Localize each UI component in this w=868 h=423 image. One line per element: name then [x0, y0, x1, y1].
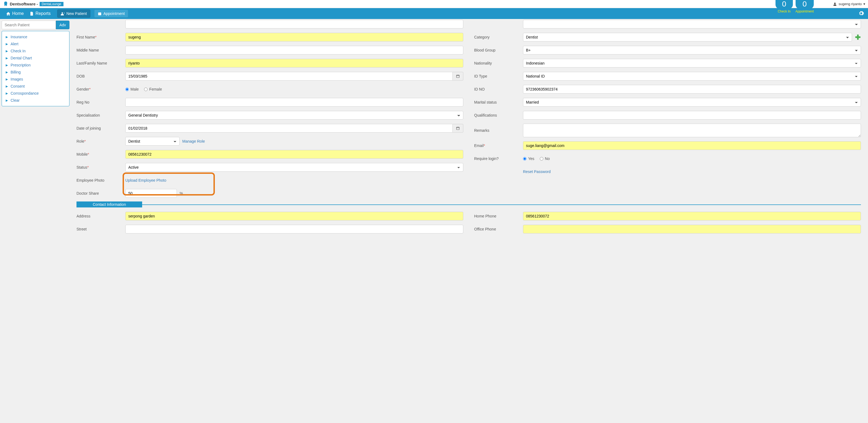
tooth-icon: [3, 1, 9, 7]
nationality-select[interactable]: Indonesian: [523, 59, 861, 67]
upload-photo-link[interactable]: Upload Employee Photo: [125, 178, 166, 183]
top-field[interactable]: [125, 20, 463, 29]
sidebar-label: Insurance: [10, 35, 27, 39]
caret-right-icon: ▶: [6, 63, 8, 67]
middle-name-field[interactable]: [125, 46, 463, 55]
qual-field[interactable]: [523, 111, 861, 120]
svg-rect-3: [457, 75, 460, 77]
sidebar-item-dental-chart[interactable]: ▶Dental Chart: [2, 55, 69, 62]
mobile-field[interactable]: [125, 150, 463, 159]
doctor-share-field[interactable]: [125, 189, 177, 198]
caret-right-icon: ▶: [6, 56, 8, 60]
caret-right-icon: ▶: [6, 77, 8, 81]
marital-label: Marital status: [474, 100, 523, 104]
sidebar-item-clear[interactable]: ▶Clear: [2, 97, 69, 104]
sidebar-label: Check In: [10, 49, 26, 53]
specialisation-select[interactable]: General Dentistry: [125, 111, 463, 120]
svg-rect-6: [855, 36, 860, 38]
svg-rect-4: [457, 127, 460, 130]
appointment-label: Appointment: [103, 11, 125, 16]
last-name-field[interactable]: [125, 59, 463, 67]
nav-reports[interactable]: Reports: [27, 8, 54, 19]
doctor-share-unit: %: [180, 191, 183, 195]
idno-field[interactable]: [523, 85, 861, 94]
add-category-icon[interactable]: [855, 34, 861, 40]
appointment-button[interactable]: Appointment: [94, 9, 128, 18]
dob-calendar-button[interactable]: [453, 72, 463, 80]
sidebar-label: Billing: [10, 70, 21, 74]
svg-rect-2: [98, 12, 101, 15]
first-name-field[interactable]: [125, 33, 463, 41]
remarks-field[interactable]: [523, 124, 861, 137]
navbar: Home Reports New Patient Appointment 0 C…: [0, 8, 868, 19]
email-field[interactable]: [523, 141, 861, 150]
top-right-select[interactable]: [523, 20, 861, 29]
office-phone-label: Office Phone: [474, 227, 523, 231]
sidebar-item-prescription[interactable]: ▶Prescription: [2, 62, 69, 69]
sidebar-item-billing[interactable]: ▶Billing: [2, 69, 69, 76]
sidebar-item-consent[interactable]: ▶Consent: [2, 83, 69, 90]
gender-female-radio[interactable]: Female: [144, 87, 162, 91]
gender-label: Gender*: [76, 87, 125, 91]
appointment-count: 0: [796, 0, 814, 9]
caret-right-icon: ▶: [6, 92, 8, 95]
status-select[interactable]: Active: [125, 163, 463, 172]
brand-badge: DentaLounge: [40, 2, 63, 6]
caret-right-icon: ▶: [6, 70, 8, 74]
user-menu[interactable]: sugeng riyanto ▾: [833, 2, 865, 6]
sidebar-item-checkin[interactable]: ▶Check In: [2, 47, 69, 55]
form-left-column: First Name* Middle Name Last/Family Name…: [76, 21, 463, 202]
login-no-radio[interactable]: No: [540, 157, 550, 161]
doj-calendar-button[interactable]: [453, 124, 463, 133]
doj-field[interactable]: [125, 124, 453, 133]
svg-point-0: [834, 2, 835, 4]
status-label: Status*: [76, 165, 125, 169]
calendar-icon: [456, 74, 460, 78]
address-field[interactable]: [125, 212, 463, 221]
checkin-counter[interactable]: 0 Check In: [775, 0, 793, 13]
sidebar-menu: ▶Insurance ▶Alert ▶Check In ▶Dental Char…: [2, 31, 69, 106]
sidebar-item-images[interactable]: ▶Images: [2, 76, 69, 83]
user-plus-icon: [61, 12, 65, 16]
brand-logo: Dentsoftware - DentaLounge: [3, 1, 63, 7]
office-phone-field[interactable]: [523, 225, 861, 233]
marital-select[interactable]: Married: [523, 98, 861, 106]
first-name-label: First Name*: [76, 35, 125, 39]
reset-password-link[interactable]: Reset Password: [523, 169, 551, 174]
nationality-label: Nationality: [474, 61, 523, 65]
calendar-icon: [98, 12, 102, 16]
login-label: Require login?: [474, 157, 523, 161]
sidebar-item-correspondence[interactable]: ▶Corrospondance: [2, 90, 69, 97]
role-label: Role*: [76, 139, 125, 143]
login-yes-radio[interactable]: Yes: [523, 157, 534, 161]
idtype-select[interactable]: National ID: [523, 72, 861, 80]
new-patient-button[interactable]: New Patient: [57, 9, 90, 18]
regno-field[interactable]: [125, 98, 463, 106]
adv-search-button[interactable]: Adv: [56, 21, 69, 29]
blood-select[interactable]: B+: [523, 46, 861, 55]
search-input[interactable]: [2, 21, 56, 29]
email-label: Email*: [474, 143, 523, 148]
home-phone-field[interactable]: [523, 212, 861, 221]
user-name: sugeng riyanto: [839, 2, 862, 6]
sidebar-label: Images: [10, 77, 23, 82]
role-select[interactable]: Dentist: [125, 137, 180, 145]
street-field[interactable]: [125, 225, 463, 233]
caret-down-icon: ▾: [863, 2, 865, 6]
settings-gear[interactable]: [858, 10, 864, 17]
gender-male-radio[interactable]: Male: [125, 87, 138, 91]
gear-icon: [858, 10, 864, 16]
manage-role-link[interactable]: Manage Role: [182, 139, 205, 143]
category-select[interactable]: Dentist: [523, 33, 852, 41]
sidebar-label: Alert: [10, 42, 19, 46]
sidebar-item-insurance[interactable]: ▶Insurance: [2, 33, 69, 40]
nav-home[interactable]: Home: [3, 8, 27, 19]
appointment-counter[interactable]: 0 Appointment: [796, 0, 814, 13]
user-icon: [833, 2, 837, 6]
svg-point-1: [62, 12, 63, 13]
dob-field[interactable]: [125, 72, 453, 80]
sidebar-label: Dental Chart: [10, 56, 32, 60]
topbar: Dentsoftware - DentaLounge sugeng riyant…: [0, 0, 868, 8]
sidebar-item-alert[interactable]: ▶Alert: [2, 40, 69, 47]
qual-label: Qualifications: [474, 113, 523, 118]
